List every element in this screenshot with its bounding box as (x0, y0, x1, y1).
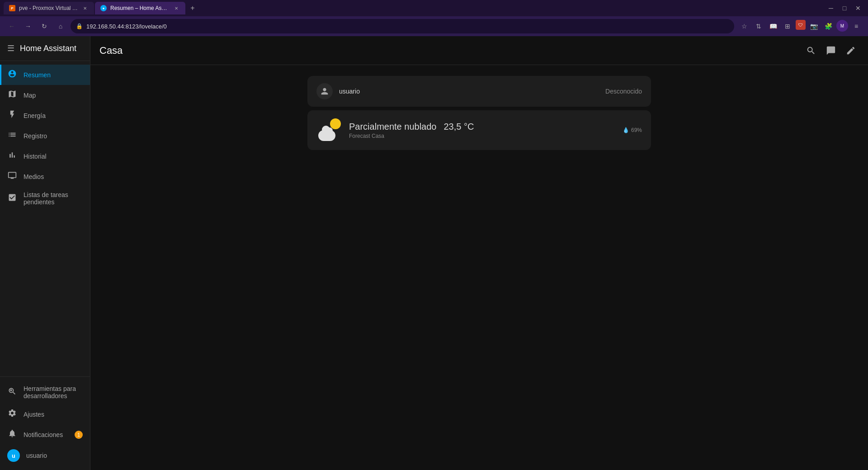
sidebar-item-user[interactable]: u usuario (0, 445, 90, 466)
page-title: Casa (99, 45, 803, 56)
energia-icon (7, 110, 17, 121)
weather-sub-row: Forecast Casa (349, 133, 474, 139)
weather-temperature: 23,5 °C (443, 122, 474, 132)
menu-icon[interactable]: ☰ (7, 43, 14, 53)
weather-details: Parcialmente nublado 23,5 °C Forecast Ca… (349, 122, 642, 139)
person-status: Desconocido (605, 88, 642, 95)
sidebar-bottom: Herramientas para desarrolladores Ajuste… (0, 376, 90, 470)
menu-button[interactable]: ≡ (850, 20, 863, 33)
search-button[interactable] (803, 42, 819, 59)
devtools-icon (7, 387, 17, 398)
listas-icon (7, 193, 17, 204)
weather-info: Parcialmente nublado 23,5 °C Forecast Ca… (349, 122, 474, 139)
browser-chrome: P pve - Proxmox Virtual Environ... ✕ ● R… (0, 0, 868, 36)
sidebar-item-notifications-label: Notificaciones (24, 431, 63, 438)
sidebar-item-energia-label: Energía (24, 112, 46, 119)
sidebar-item-listas-label: Listas de tareas pendientes (24, 191, 83, 206)
humidity-value: 69% (631, 127, 642, 133)
medios-icon (7, 171, 17, 182)
tab-proxmox-close[interactable]: ✕ (81, 5, 89, 12)
weather-card[interactable]: Parcialmente nublado 23,5 °C Forecast Ca… (307, 110, 651, 150)
sidebar-header: ☰ Home Assistant (0, 36, 90, 61)
lock-icon: 🔒 (76, 23, 83, 29)
sidebar-item-historial-label: Historial (24, 153, 47, 160)
extensions-button[interactable]: 🧩 (822, 20, 835, 33)
sidebar-item-energia[interactable]: Energía (0, 105, 90, 126)
tab-ha[interactable]: ● Resumen – Home Assistant ✕ (95, 2, 185, 14)
home-button[interactable]: ⌂ (54, 20, 67, 33)
top-bar: Casa (90, 36, 868, 65)
tab-ha-close[interactable]: ✕ (173, 5, 180, 12)
humidity-icon: 💧 (623, 127, 629, 133)
historial-icon (7, 150, 17, 162)
maximize-button[interactable]: □ (838, 2, 851, 14)
resumen-icon (7, 69, 17, 80)
sidebar: ☰ Home Assistant Resumen Map (0, 36, 90, 470)
tab-ha-title: Resumen – Home Assistant (110, 5, 169, 11)
sidebar-item-resumen[interactable]: Resumen (0, 65, 90, 85)
sidebar-toggle[interactable]: ⊞ (781, 20, 794, 33)
sidebar-item-resumen-label: Resumen (24, 71, 51, 79)
sidebar-item-devtools-label: Herramientas para desarrolladores (24, 385, 83, 400)
top-actions (803, 42, 859, 59)
person-card[interactable]: usuario Desconocido (307, 76, 651, 107)
person-avatar-icon (316, 83, 333, 99)
sidebar-item-ajustes[interactable]: Ajustes (0, 404, 90, 424)
ha-favicon: ● (100, 5, 107, 11)
sidebar-item-notifications[interactable]: Notificaciones 1 (0, 424, 90, 445)
sidebar-item-user-label: usuario (26, 452, 47, 459)
app-container: ☰ Home Assistant Resumen Map (0, 36, 868, 470)
weather-source: Forecast Casa (349, 133, 384, 139)
content-area: usuario Desconocido Parcialmente nublado (90, 65, 868, 470)
map-icon (7, 89, 17, 101)
minimize-button[interactable]: ─ (825, 2, 837, 14)
sidebar-nav: Resumen Map Energía Reg (0, 61, 90, 376)
forward-button[interactable]: → (22, 20, 34, 33)
close-window-button[interactable]: ✕ (852, 2, 864, 14)
tab-proxmox-title: pve - Proxmox Virtual Environ... (19, 5, 78, 11)
profile-button[interactable]: M (836, 20, 848, 32)
reload-button[interactable]: ↻ (38, 20, 51, 33)
weather-condition: Parcialmente nublado (349, 122, 436, 132)
nav-actions: ☆ ⇅ 📖 ⊞ 🛡 📷 🧩 M ≡ (738, 20, 863, 33)
notifications-icon (7, 429, 17, 440)
sidebar-item-medios-label: Medios (24, 173, 44, 180)
back-button[interactable]: ← (5, 20, 18, 33)
cards-container: usuario Desconocido Parcialmente nublado (307, 76, 651, 150)
notification-badge: 1 (75, 431, 83, 439)
edit-button[interactable] (843, 42, 859, 59)
sidebar-item-registro-label: Registro (24, 132, 47, 140)
tab-proxmox[interactable]: P pve - Proxmox Virtual Environ... ✕ (4, 2, 94, 14)
humidity-row: 💧 69% (623, 127, 642, 133)
sidebar-item-map[interactable]: Map (0, 85, 90, 105)
cloud-icon (318, 130, 335, 141)
reader-view-button[interactable]: 📖 (767, 20, 779, 33)
nav-bar: ← → ↻ ⌂ 🔒 192.168.50.44:8123/lovelace/0 … (0, 16, 868, 36)
new-tab-button[interactable]: + (186, 2, 199, 14)
registro-icon (7, 130, 17, 141)
sidebar-item-devtools[interactable]: Herramientas para desarrolladores (0, 381, 90, 404)
weather-main-row: Parcialmente nublado 23,5 °C (349, 122, 474, 132)
sidebar-item-registro[interactable]: Registro (0, 126, 90, 146)
sidebar-item-ajustes-label: Ajustes (24, 411, 44, 418)
sidebar-item-map-label: Map (24, 92, 36, 99)
app-title: Home Assistant (20, 44, 76, 53)
main-content: Casa (90, 36, 868, 470)
sidebar-item-medios[interactable]: Medios (0, 166, 90, 187)
proxmox-favicon: P (9, 5, 15, 11)
screenshot-button[interactable]: 📷 (807, 20, 820, 33)
extension-button[interactable]: 🛡 (796, 20, 806, 30)
bookmark-button[interactable]: ☆ (738, 20, 750, 33)
address-bar[interactable]: 🔒 192.168.50.44:8123/lovelace/0 (71, 19, 734, 33)
chat-button[interactable] (823, 42, 839, 59)
firefox-sync-button[interactable]: ⇅ (752, 20, 765, 33)
person-name: usuario (339, 88, 360, 95)
tab-bar: P pve - Proxmox Virtual Environ... ✕ ● R… (0, 0, 868, 16)
weather-icon (316, 118, 342, 143)
user-avatar: u (7, 449, 20, 462)
person-info: usuario (316, 83, 360, 99)
ajustes-icon (7, 409, 17, 420)
sidebar-item-listas[interactable]: Listas de tareas pendientes (0, 187, 90, 210)
sun-icon (330, 118, 341, 129)
sidebar-item-historial[interactable]: Historial (0, 146, 90, 166)
